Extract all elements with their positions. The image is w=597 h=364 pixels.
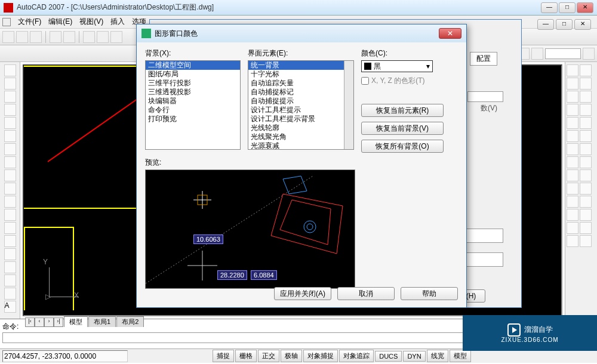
copy-icon[interactable] [97,31,109,43]
block-icon[interactable] [4,222,16,234]
center-icon[interactable] [567,222,578,234]
scale-icon[interactable] [580,104,592,116]
hatch-icon[interactable] [4,248,16,260]
table-icon[interactable] [4,288,16,300]
child-minimize-button[interactable]: — [537,19,554,30]
restore-all-button[interactable]: 恢复所有背景(O) [361,140,444,153]
new-icon[interactable] [2,31,14,43]
chamfer-icon[interactable] [580,143,592,155]
ducs-toggle[interactable]: DUCS [375,351,402,362]
apply-close-button[interactable]: 应用并关闭(A) [274,287,331,300]
fillet-icon[interactable] [567,156,578,168]
rotate-icon[interactable] [567,104,578,116]
spline-icon[interactable] [4,169,16,181]
list-item[interactable]: 打印预览 [146,115,240,124]
array-icon[interactable] [567,91,578,103]
model-toggle[interactable]: 模型 [450,350,471,362]
list-item[interactable]: 设计工具栏提示背景 [248,115,353,124]
dialog-title-bar[interactable]: 图形窗口颜色 ✕ [137,24,466,42]
insert-icon[interactable] [4,209,16,221]
otrack-toggle[interactable]: 对象追踪 [339,350,374,362]
osnap-toggle[interactable]: 对象捕捉 [303,350,338,362]
revcloud-icon[interactable] [4,156,16,168]
dyn-toggle[interactable]: DYN [403,351,425,362]
menu-view[interactable]: 视图(V) [79,17,103,27]
list-item[interactable]: 命令行 [146,106,240,115]
tab-model[interactable]: 模型 [64,316,88,327]
line-icon[interactable] [4,64,16,76]
print-icon[interactable] [50,31,61,43]
restore-element-button[interactable]: 恢复当前元素(R) [361,104,444,117]
tab-next-icon[interactable]: › [44,317,54,327]
list-item[interactable]: 三维平行投影 [146,79,240,88]
ortho-toggle[interactable]: 正交 [258,350,279,362]
xline-icon[interactable] [4,78,16,90]
menu-insert[interactable]: 插入 [110,17,125,27]
copy2-icon[interactable] [580,64,592,76]
list-item[interactable]: 光线聚光角 [248,132,353,141]
explode-icon[interactable] [580,156,592,168]
lineweight-icon[interactable] [583,48,595,60]
list-item[interactable]: 十字光标 [248,70,353,79]
paste-icon[interactable] [110,31,122,43]
tab-first-icon[interactable]: |‹ [25,317,35,327]
ellipse-icon[interactable] [4,183,16,195]
tab-layout1[interactable]: 布局1 [88,316,116,327]
tolerance-icon[interactable] [580,209,592,221]
point-icon[interactable] [4,235,16,247]
leader-icon[interactable] [567,209,578,221]
menu-edit[interactable]: 编辑(E) [48,17,72,27]
tab-layout2[interactable]: 布局2 [116,316,144,327]
dim-diameter-icon[interactable] [580,183,592,195]
move-icon[interactable] [580,91,592,103]
gradient-icon[interactable] [4,261,16,273]
tint-checkbox[interactable]: X, Y, Z 的色彩(T) [361,76,444,86]
extend-icon[interactable] [567,130,578,142]
dimstyle-icon[interactable] [580,235,592,247]
polar-toggle[interactable]: 极轴 [281,350,302,362]
scrollbar[interactable] [344,61,353,149]
dimedit-icon[interactable] [580,222,592,234]
erase-icon[interactable] [567,64,578,76]
cut-icon[interactable] [83,31,95,43]
list-item[interactable]: 图纸/布局 [146,70,240,79]
arc-icon[interactable] [4,130,16,142]
grid-toggle[interactable]: 栅格 [235,350,257,362]
close-button[interactable]: ✕ [577,2,593,13]
child-close-button[interactable]: ✕ [574,19,591,30]
list-item[interactable]: 自动追踪矢量 [248,79,353,88]
circle-icon[interactable] [4,143,16,155]
preview-icon[interactable] [63,31,75,43]
trim-icon[interactable] [580,117,592,129]
element-listbox[interactable]: 统一背景 十字光标 自动追踪矢量 自动捕捉标记 自动捕捉提示 设计工具栏提示 设… [248,60,354,150]
dim-angular-icon[interactable] [567,196,578,208]
list-item[interactable]: 块编辑器 [146,97,240,106]
rectangle-icon[interactable] [4,117,16,129]
tab-last-icon[interactable]: ›| [54,317,63,327]
color-icon[interactable] [531,48,543,60]
context-listbox[interactable]: 二维模型空间 图纸/布局 三维平行投影 三维透视投影 块编辑器 命令行 打印预览 [145,60,241,150]
dimtedit-icon[interactable] [567,235,578,247]
options-tab-config[interactable]: 配置 [470,52,497,66]
list-item[interactable]: 光源衰减 [248,141,353,150]
polygon-icon[interactable] [4,104,16,116]
tab-prev-icon[interactable]: ‹ [35,317,44,327]
list-item[interactable]: 三维透视投影 [146,88,240,97]
snap-toggle[interactable]: 捕捉 [213,350,234,362]
dim-linear-icon[interactable] [567,169,578,181]
restore-context-button[interactable]: 恢复当前背景(V) [361,122,444,135]
dim-radius-icon[interactable] [567,183,578,195]
polyline-icon[interactable] [4,91,16,103]
lwt-toggle[interactable]: 线宽 [427,350,448,362]
linetype-select[interactable] [545,48,581,59]
help-button[interactable]: 帮助 [401,287,458,300]
dim-ordinate-icon[interactable] [580,196,592,208]
offset-icon[interactable] [580,78,592,90]
open-icon[interactable] [16,31,28,43]
child-maximize-button[interactable]: □ [556,19,573,30]
region-icon[interactable] [4,274,16,286]
dialog-close-button[interactable]: ✕ [439,28,461,39]
list-item[interactable]: 自动捕捉提示 [248,97,353,106]
maximize-button[interactable]: □ [559,2,576,13]
mirror-icon[interactable] [567,78,578,90]
